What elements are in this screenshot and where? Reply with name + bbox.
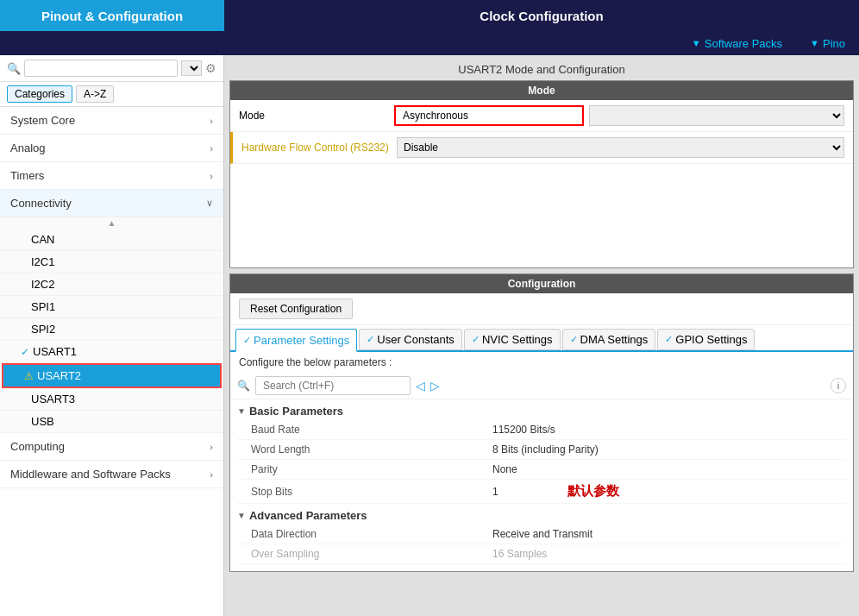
sidebar-subitem-spi2[interactable]: SPI2 (0, 318, 223, 341)
param-name-data-direction: Data Direction (251, 528, 492, 540)
collapse-icon-advanced: ▼ (237, 511, 246, 520)
sidebar-item-analog[interactable]: Analog › (0, 135, 223, 162)
check-icon-user: ✓ (367, 334, 374, 345)
sidebar-item-timers[interactable]: Timers › (0, 162, 223, 190)
chevron-right-icon-analog: › (210, 143, 213, 154)
mode-dropdown[interactable] (589, 105, 844, 126)
next-nav-icon[interactable]: ▷ (430, 379, 440, 393)
default-params-note: 默认参数 (567, 483, 619, 500)
sidebar-subitem-usart1[interactable]: ✓ USART1 (0, 341, 223, 363)
param-search-input[interactable] (255, 376, 411, 395)
tab-atoz[interactable]: A->Z (76, 85, 114, 103)
info-icon[interactable]: i (831, 378, 846, 393)
config-section: Configuration Reset Configuration ✓ Para… (229, 273, 854, 572)
check-icon-param: ✓ (243, 335, 251, 346)
param-name-word-length: Word Length (251, 443, 492, 456)
param-row-word-length: Word Length 8 Bits (including Parity) (237, 440, 846, 460)
hw-flow-label: Hardware Flow Control (RS232) (241, 141, 397, 154)
reset-config-button[interactable]: Reset Configuration (239, 299, 353, 319)
param-value-baud-rate: 115200 Bits/s (492, 424, 555, 436)
chevron-right-icon-computing: › (210, 442, 213, 452)
mode-section-header: Mode (230, 81, 853, 100)
sidebar-search-select[interactable] (181, 60, 202, 76)
tab-parameter-settings[interactable]: ✓ Parameter Settings (235, 329, 357, 352)
software-packs-nav[interactable]: ▼ Software Packs (678, 37, 796, 50)
sub-header: ▼ Software Packs ▼ Pino (0, 31, 859, 55)
config-desc: Configure the below parameters : (230, 352, 853, 373)
check-icon-nvic: ✓ (472, 334, 480, 345)
gear-icon[interactable]: ⚙ (205, 61, 216, 75)
sidebar-subitem-i2c1[interactable]: I2C1 (0, 251, 223, 273)
sidebar: 🔍 ⚙ Categories A->Z System Core › Analog… (0, 55, 224, 616)
config-tabs: ✓ Parameter Settings ✓ User Constants ✓ … (230, 325, 853, 352)
search-icon: 🔍 (7, 62, 21, 75)
mode-value-input[interactable] (394, 105, 584, 126)
collapse-icon-basic: ▼ (237, 406, 246, 416)
param-row-baud-rate: Baud Rate 115200 Bits/s (237, 420, 846, 440)
pinout-header-tab[interactable]: Pinout & Configuration (0, 0, 224, 31)
mode-label: Mode (239, 110, 394, 122)
check-icon-usart1: ✓ (21, 346, 29, 358)
hw-flow-dropdown[interactable]: Disable (397, 137, 844, 158)
sidebar-item-system-core[interactable]: System Core › (0, 107, 223, 135)
param-name-baud-rate: Baud Rate (251, 424, 492, 436)
connectivity-items: CAN I2C1 I2C2 SPI1 SPI2 ✓ USART1 ⚠ USART… (0, 229, 223, 433)
param-value-data-direction: Receive and Transmit (492, 528, 593, 540)
top-header: Pinout & Configuration Clock Configurati… (0, 0, 859, 31)
sidebar-subitem-usart2[interactable]: ⚠ USART2 (2, 363, 222, 388)
param-name-stop-bits: Stop Bits (251, 486, 492, 498)
param-value-word-length: 8 Bits (including Parity) (492, 443, 599, 456)
scroll-up-icon: ▲ (108, 218, 116, 228)
tab-dma-settings[interactable]: ✓ DMA Settings (562, 329, 656, 350)
param-value-over-sampling: 16 Samples (492, 548, 547, 560)
config-section-header: Configuration (230, 274, 853, 293)
sidebar-item-middleware[interactable]: Middleware and Software Packs › (0, 461, 223, 488)
param-row-data-direction: Data Direction Receive and Transmit (237, 525, 846, 544)
chevron-right-icon-timers: › (210, 171, 213, 181)
content-title: USART2 Mode and Configuration (229, 59, 854, 80)
tab-nvic-settings[interactable]: ✓ NVIC Settings (464, 329, 561, 350)
chevron-down-icon-connectivity: ∨ (206, 198, 213, 209)
param-row-parity: Parity None (237, 460, 846, 480)
sidebar-subitem-i2c2[interactable]: I2C2 (0, 273, 223, 296)
check-icon-dma: ✓ (570, 334, 578, 345)
sidebar-subitem-spi1[interactable]: SPI1 (0, 296, 223, 318)
sidebar-subitem-usart3[interactable]: USART3 (0, 388, 223, 411)
advanced-params-header[interactable]: ▼ Advanced Parameters (237, 504, 846, 525)
param-search-icon: 🔍 (237, 380, 250, 392)
param-value-stop-bits: 1 (492, 486, 498, 498)
param-value-parity: None (492, 463, 517, 475)
tab-categories[interactable]: Categories (7, 85, 72, 103)
sidebar-item-computing[interactable]: Computing › (0, 433, 223, 461)
check-icon-gpio: ✓ (665, 334, 673, 345)
clock-header-tab[interactable]: Clock Configuration (224, 0, 859, 31)
chevron-down-icon2: ▼ (810, 38, 819, 48)
chevron-right-icon-middleware: › (210, 469, 213, 480)
pino-nav[interactable]: ▼ Pino (796, 37, 859, 50)
param-name-over-sampling: Over Sampling (251, 548, 492, 560)
sidebar-subitem-usb[interactable]: USB (0, 411, 223, 433)
param-name-parity: Parity (251, 463, 492, 475)
content-area: USART2 Mode and Configuration Mode Mode … (224, 55, 859, 616)
basic-params-header[interactable]: ▼ Basic Parameters (237, 399, 846, 420)
sidebar-item-connectivity[interactable]: Connectivity ∨ (0, 190, 223, 217)
prev-nav-icon[interactable]: ◁ (416, 379, 425, 393)
warning-icon-usart2: ⚠ (24, 370, 34, 382)
chevron-down-icon: ▼ (692, 38, 701, 48)
param-row-stop-bits: Stop Bits 1 默认参数 (237, 480, 846, 504)
tab-user-constants[interactable]: ✓ User Constants (359, 329, 462, 350)
sidebar-subitem-can[interactable]: CAN (0, 229, 223, 251)
sidebar-search-input[interactable] (24, 60, 178, 77)
params-container: ▼ Basic Parameters Baud Rate 115200 Bits… (230, 399, 853, 571)
chevron-right-icon: › (210, 116, 213, 126)
tab-gpio-settings[interactable]: ✓ GPIO Settings (657, 329, 755, 350)
mode-section: Mode Mode Hardware Flow Control (RS232) … (229, 80, 854, 268)
param-row-over-sampling: Over Sampling 16 Samples (237, 544, 846, 564)
